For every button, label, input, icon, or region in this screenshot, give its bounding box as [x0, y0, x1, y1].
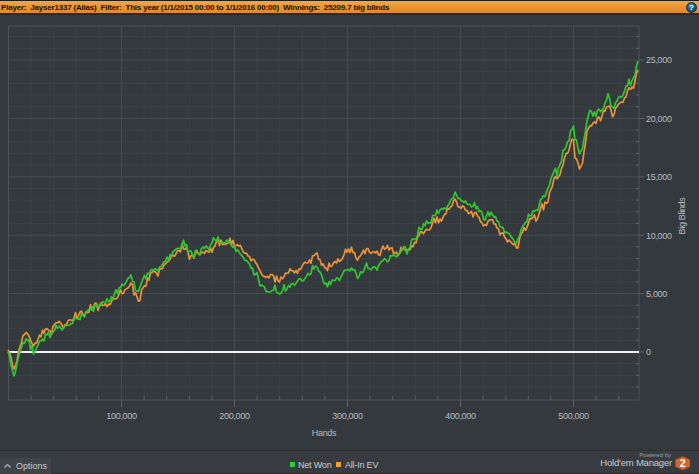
svg-text:400,000: 400,000	[445, 411, 476, 421]
svg-text:10,000: 10,000	[646, 231, 672, 241]
svg-text:500,000: 500,000	[558, 411, 589, 421]
svg-text:25,000: 25,000	[646, 55, 672, 65]
svg-text:2: 2	[679, 456, 685, 468]
svg-text:100,000: 100,000	[106, 411, 137, 421]
svg-text:Big Blinds: Big Blinds	[677, 197, 687, 235]
svg-text:Hands: Hands	[312, 428, 337, 438]
svg-text:20,000: 20,000	[646, 114, 672, 124]
svg-text:5,000: 5,000	[646, 289, 667, 299]
svg-text:0: 0	[646, 347, 651, 357]
svg-text:300,000: 300,000	[332, 411, 363, 421]
svg-text:200,000: 200,000	[219, 411, 250, 421]
svg-text:15,000: 15,000	[646, 172, 672, 182]
